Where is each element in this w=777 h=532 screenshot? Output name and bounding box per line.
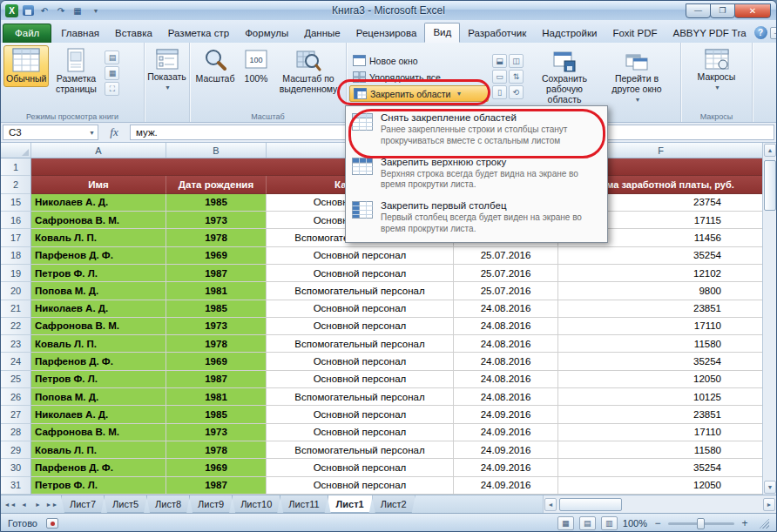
cell-category[interactable]: Основной персонал (267, 318, 454, 335)
select-all-corner[interactable] (1, 143, 31, 158)
cell-birth-year[interactable]: 1987 (166, 477, 267, 495)
sheet-tab-Лист10[interactable]: Лист10 (232, 495, 280, 513)
scroll-down-icon[interactable]: ▼ (764, 481, 776, 494)
cell-birth-year[interactable]: 1969 (166, 247, 267, 265)
page-layout-view-button[interactable]: Разметка страницы (49, 45, 103, 98)
cell-salary[interactable]: 10125 (558, 388, 764, 406)
horizontal-scrollbar[interactable]: ◄ ► (543, 495, 776, 513)
cell-category[interactable]: Вспомогательный персонал (267, 388, 454, 406)
header-cell-name[interactable]: Имя (31, 176, 166, 193)
qat-customize-arrow-icon[interactable]: ▼ (89, 4, 103, 17)
cell-salary[interactable]: 23851 (558, 300, 764, 318)
vertical-scroll-thumb[interactable] (764, 160, 776, 211)
cell-salary[interactable]: 17110 (558, 424, 764, 441)
cell-salary[interactable]: 17110 (558, 318, 764, 335)
cell-category[interactable]: Основной персонал (267, 247, 454, 265)
row-header[interactable]: 27 (1, 406, 31, 423)
header-cell-birth[interactable]: Дата рождения (166, 176, 267, 193)
page-break-toggle-icon[interactable]: ▥ (601, 516, 618, 530)
cell-date[interactable]: 24.09.2016 (454, 406, 558, 423)
cell-name[interactable]: Петров Ф. Л. (31, 265, 166, 282)
zoom-out-icon[interactable]: − (652, 517, 663, 529)
cell-name[interactable]: Коваль Л. П. (31, 441, 166, 459)
cell-salary[interactable]: 12050 (558, 477, 764, 495)
row-header[interactable]: 28 (1, 424, 31, 441)
cell-salary[interactable]: 35254 (558, 353, 764, 370)
cell-birth-year[interactable]: 1973 (166, 212, 267, 229)
next-sheet-icon[interactable]: ► (31, 498, 44, 511)
scroll-right-icon[interactable]: ► (763, 498, 775, 511)
undo-icon[interactable]: ↶ (37, 4, 51, 17)
ribbon-tab-Рецензирова[interactable]: Рецензирова (348, 24, 425, 43)
cell-salary[interactable]: 35254 (558, 247, 764, 265)
ribbon-tab-Разработчик[interactable]: Разработчик (460, 24, 534, 43)
scroll-left-icon[interactable]: ◄ (544, 498, 557, 511)
page-layout-toggle-icon[interactable]: ▤ (579, 516, 596, 530)
show-button[interactable]: Показать ▼ (145, 45, 189, 94)
macros-button[interactable]: Макросы ▼ (695, 45, 739, 94)
cell-salary[interactable]: 12050 (558, 371, 764, 388)
name-box-arrow-icon[interactable]: ▼ (89, 130, 95, 136)
cell-category[interactable]: Вспомогательный персонал (267, 335, 454, 353)
cell-salary[interactable]: 11580 (558, 335, 764, 353)
sheet-tab-Лист11[interactable]: Лист11 (280, 495, 328, 513)
resize-grip[interactable] (759, 518, 769, 529)
ribbon-tab-Главная[interactable]: Главная (53, 24, 107, 43)
cell-birth-year[interactable]: 1985 (166, 406, 267, 423)
switch-windows-button[interactable]: Перейти в другое окно ▼ (602, 49, 672, 105)
ribbon-tab-Файл[interactable]: Файл (3, 24, 51, 43)
menu-item-freeze-first-column[interactable]: Закрепить первый столбец Первый столбец … (348, 196, 605, 240)
cell-name[interactable]: Николаев А. Д. (31, 406, 166, 423)
zoom-button[interactable]: Масштаб (193, 45, 238, 87)
cell-date[interactable]: 24.08.2016 (454, 388, 558, 406)
synchronous-scrolling-icon[interactable]: ⇅ (509, 70, 524, 84)
cell-category[interactable]: Основной персонал (267, 371, 454, 388)
custom-views-icon[interactable]: ▦ (105, 66, 119, 80)
cell-category[interactable]: Основной персонал (267, 353, 454, 370)
row-header[interactable]: 31 (1, 477, 31, 495)
row-header[interactable]: 1 (1, 158, 31, 176)
menu-item-freeze-top-row[interactable]: Закрепить верхнюю строку Верхняя строка … (348, 152, 605, 197)
restore-button[interactable]: ❐ (710, 3, 735, 18)
cell-birth-year[interactable]: 1978 (166, 229, 267, 246)
row-header[interactable]: 19 (1, 265, 31, 282)
ribbon-tab-Надстройки[interactable]: Надстройки (534, 24, 605, 43)
save-icon[interactable] (21, 4, 35, 17)
cell-salary[interactable]: 9800 (558, 282, 764, 300)
normal-view-button[interactable]: Обычный (3, 45, 49, 87)
cell-date[interactable]: 25.07.2016 (454, 247, 558, 265)
cell-category[interactable]: Основной персонал (267, 406, 454, 423)
cell-date[interactable]: 24.08.2016 (454, 335, 558, 353)
cell-salary[interactable]: 23851 (558, 406, 764, 423)
menu-item-unfreeze-panes[interactable]: Снять закрепление областей Ранее закрепл… (348, 108, 605, 152)
cell-category[interactable]: Основной персонал (267, 477, 454, 495)
close-button[interactable]: ✕ (734, 3, 771, 18)
cell-salary[interactable]: 11580 (558, 441, 764, 459)
zoom-slider-thumb[interactable] (697, 518, 705, 529)
cell-birth-year[interactable]: 1985 (166, 300, 267, 318)
page-break-preview-icon[interactable]: ▤ (105, 51, 119, 64)
freeze-panes-button[interactable]: Закрепить области ▼ (349, 85, 489, 102)
cell-date[interactable]: 25.07.2016 (454, 265, 558, 282)
cell-category[interactable]: Вспомогательный персонал (267, 282, 454, 300)
row-header[interactable]: 24 (1, 353, 31, 370)
cell-birth-year[interactable]: 1978 (166, 335, 267, 353)
cell-name[interactable]: Попова М. Д. (31, 388, 166, 406)
sheet-tab-Лист9[interactable]: Лист9 (189, 495, 233, 513)
cell-date[interactable]: 24.09.2016 (454, 459, 558, 476)
cell-birth-year[interactable]: 1973 (166, 318, 267, 335)
cell-name[interactable]: Попова М. Д. (31, 282, 166, 300)
prev-sheet-icon[interactable]: ◄ (17, 498, 30, 511)
full-screen-icon[interactable]: ⛶ (105, 82, 119, 96)
normal-view-toggle-icon[interactable]: ▦ (557, 516, 574, 530)
ribbon-tab-Вставка[interactable]: Вставка (107, 24, 160, 43)
row-header[interactable]: 21 (1, 300, 31, 318)
sheet-tab-Лист8[interactable]: Лист8 (146, 495, 190, 513)
cell-birth-year[interactable]: 1985 (166, 194, 267, 212)
cell-name[interactable]: Коваль Л. П. (31, 335, 166, 353)
column-header-a[interactable]: A (31, 143, 166, 158)
cell-category[interactable]: Основной персонал (267, 265, 454, 282)
vertical-scrollbar[interactable]: ▲ ▼ (762, 143, 776, 495)
ribbon-tab-Формулы[interactable]: Формулы (237, 24, 296, 43)
zoom-to-selection-button[interactable]: Масштаб по выделенному (274, 45, 342, 98)
